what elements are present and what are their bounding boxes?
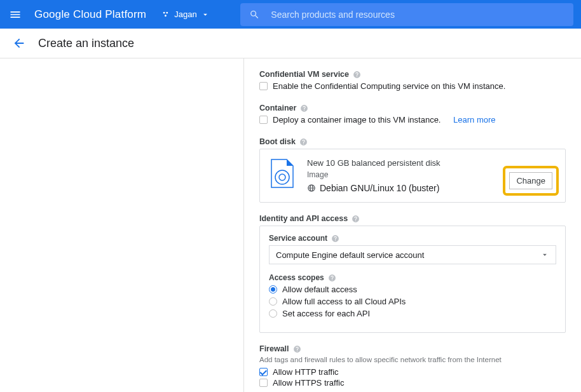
identity-label: Identity and API access (259, 214, 566, 223)
help-icon[interactable] (299, 138, 308, 146)
change-highlight: Change (503, 166, 559, 196)
firewall-label: Firewall (259, 344, 566, 353)
learn-more-link[interactable]: Learn more (453, 115, 495, 125)
container-checkbox-label: Deploy a container image to this VM inst… (273, 115, 441, 125)
help-icon[interactable] (293, 345, 301, 353)
top-header: Google Cloud Platform Jagan (0, 0, 581, 29)
project-name: Jagan (174, 10, 196, 19)
help-icon[interactable] (331, 234, 339, 243)
back-button[interactable] (11, 36, 27, 51)
service-account-select[interactable]: Compute Engine default service account (269, 245, 556, 264)
bootdisk-label: Boot disk (259, 137, 566, 146)
search-bar[interactable] (240, 3, 573, 26)
container-checkbox[interactable] (259, 116, 268, 124)
confidential-checkbox-row: Enable the Confidential Computing servic… (259, 81, 566, 91)
identity-card: Service account Compute Engine default s… (259, 226, 566, 333)
service-account-value: Compute Engine default service account (276, 250, 424, 260)
help-icon[interactable] (300, 104, 308, 112)
svg-point-0 (163, 11, 165, 13)
confidential-checkbox-label: Enable the Confidential Computing servic… (273, 81, 505, 91)
chevron-down-icon (201, 10, 210, 19)
project-selector[interactable]: Jagan (161, 10, 209, 19)
main-content: Confidential VM service Enable the Confi… (0, 58, 581, 392)
svg-point-2 (165, 15, 167, 17)
https-checkbox-row: Allow HTTPS traffic (259, 378, 566, 388)
page-title: Create an instance (38, 37, 134, 50)
gcp-logo: Google Cloud Platform (34, 8, 146, 21)
https-checkbox[interactable] (259, 379, 268, 387)
arrow-back-icon (12, 36, 26, 50)
bootdisk-card: New 10 GB balanced persistent disk Image… (259, 149, 566, 203)
radio-label: Allow default access (282, 285, 357, 294)
https-label: Allow HTTPS traffic (273, 378, 344, 388)
help-icon[interactable] (328, 274, 336, 282)
search-input[interactable] (271, 10, 564, 20)
svg-point-3 (275, 170, 289, 184)
project-icon (161, 10, 170, 19)
form-pane: Confidential VM service Enable the Confi… (244, 58, 581, 392)
menu-icon (9, 8, 22, 21)
radio-full-access[interactable] (269, 297, 277, 306)
http-checkbox[interactable] (259, 368, 268, 376)
search-icon (249, 9, 260, 20)
hamburger-menu[interactable] (8, 7, 23, 22)
container-checkbox-row: Deploy a container image to this VM inst… (259, 115, 566, 125)
help-icon[interactable] (353, 71, 361, 79)
help-icon[interactable] (352, 215, 360, 223)
service-account-label: Service account (269, 234, 556, 243)
http-label: Allow HTTP traffic (273, 367, 339, 377)
globe-icon (307, 184, 316, 193)
subheader: Create an instance (0, 29, 581, 58)
firewall-helper: Add tags and firewall rules to allow spe… (259, 356, 566, 363)
scope-radio-default: Allow default access (269, 285, 556, 294)
change-button[interactable]: Change (509, 172, 552, 189)
scope-radio-full: Allow full access to all Cloud APIs (269, 297, 556, 306)
chevron-down-icon (540, 250, 549, 259)
http-checkbox-row: Allow HTTP traffic (259, 367, 566, 377)
left-pane (0, 58, 244, 392)
svg-point-4 (279, 174, 285, 180)
radio-each-api[interactable] (269, 309, 277, 318)
radio-label: Set access for each API (282, 309, 370, 318)
svg-point-1 (166, 11, 168, 13)
disk-icon (269, 158, 296, 189)
container-label: Container (259, 104, 566, 112)
access-scopes-label: Access scopes (269, 273, 556, 282)
radio-default-access[interactable] (269, 285, 277, 294)
radio-label: Allow full access to all Cloud APIs (282, 297, 406, 306)
confidential-checkbox[interactable] (259, 82, 268, 90)
scope-radio-each: Set access for each API (269, 309, 556, 318)
confidential-label: Confidential VM service (259, 70, 566, 79)
